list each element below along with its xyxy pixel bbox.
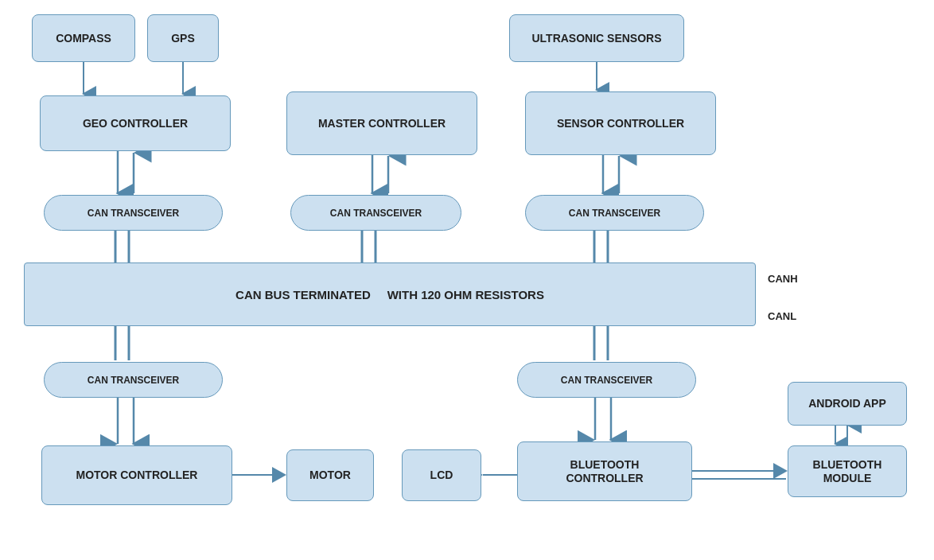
bluetooth-controller-label: BLUETOOTH CONTROLLER [566,458,643,485]
master-controller-label: MASTER CONTROLLER [318,117,446,130]
can-transceiver-1-box: CAN TRANSCEIVER [44,195,223,231]
geo-controller-label: GEO CONTROLLER [83,117,188,130]
can-transceiver-4-label: CAN TRANSCEIVER [88,375,179,386]
android-app-label: ANDROID APP [808,397,886,410]
can-transceiver-5-box: CAN TRANSCEIVER [517,362,696,398]
sensor-controller-label: SENSOR CONTROLLER [557,117,684,130]
gps-box: GPS [147,14,219,62]
lcd-label: LCD [430,469,453,482]
can-transceiver-2-box: CAN TRANSCEIVER [290,195,461,231]
canl-label: CANL [768,310,796,322]
motor-label: MOTOR [309,469,351,482]
ultrasonic-box: ULTRASONIC SENSORS [509,14,684,62]
can-transceiver-3-box: CAN TRANSCEIVER [525,195,704,231]
geo-controller-box: GEO CONTROLLER [40,95,231,151]
compass-label: COMPASS [56,32,111,45]
master-controller-box: MASTER CONTROLLER [286,91,477,155]
can-transceiver-4-box: CAN TRANSCEIVER [44,362,223,398]
bluetooth-module-label: BLUETOOTH MODULE [813,458,882,485]
lcd-box: LCD [402,449,481,501]
diagram: COMPASS GPS ULTRASONIC SENSORS ANDROID A… [0,0,934,560]
android-app-box: ANDROID APP [788,382,907,426]
sensor-controller-box: SENSOR CONTROLLER [525,91,716,155]
can-transceiver-2-label: CAN TRANSCEIVER [330,208,422,219]
bluetooth-module-box: BLUETOOTH MODULE [788,445,907,497]
canh-label: CANH [768,273,798,285]
compass-box: COMPASS [32,14,135,62]
can-bus-label: CAN BUS TERMINATED WITH 120 OHM RESISTOR… [235,288,544,301]
gps-label: GPS [171,32,195,45]
can-bus-box: CAN BUS TERMINATED WITH 120 OHM RESISTOR… [24,262,756,326]
motor-controller-label: MOTOR CONTROLLER [76,469,198,482]
motor-box: MOTOR [286,449,374,501]
can-transceiver-3-label: CAN TRANSCEIVER [569,208,660,219]
can-transceiver-5-label: CAN TRANSCEIVER [561,375,652,386]
motor-controller-box: MOTOR CONTROLLER [41,445,232,505]
can-transceiver-1-label: CAN TRANSCEIVER [88,208,179,219]
ultrasonic-label: ULTRASONIC SENSORS [531,32,661,45]
bluetooth-controller-box: BLUETOOTH CONTROLLER [517,441,692,501]
